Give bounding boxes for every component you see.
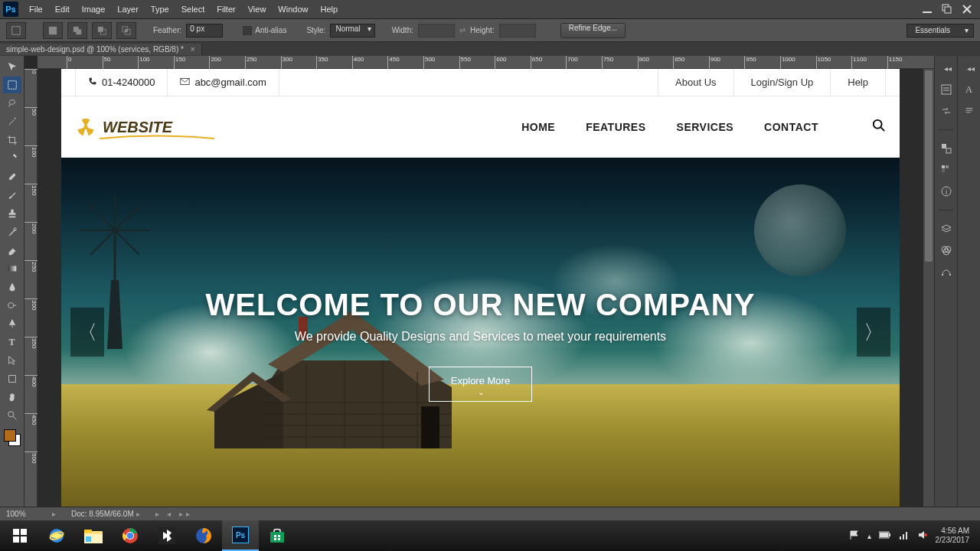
gradient-tool-icon[interactable]: [3, 260, 21, 277]
channels-panel-icon[interactable]: [939, 243, 954, 258]
zoom-tool-icon[interactable]: [3, 407, 21, 424]
antialias-checkbox[interactable]: [243, 26, 252, 35]
selection-intersect-icon[interactable]: [116, 22, 136, 39]
zoom-level[interactable]: 100%: [6, 510, 52, 518]
shape-tool-icon[interactable]: [3, 370, 21, 387]
taskbar-clock[interactable]: 4:56 AM 2/23/2017: [936, 527, 975, 545]
task-explorer-icon[interactable]: [75, 520, 112, 551]
search-icon[interactable]: [872, 119, 886, 135]
topbar-link-about[interactable]: About Us: [658, 69, 733, 96]
selection-subtract-icon[interactable]: [92, 22, 112, 39]
menu-type[interactable]: Type: [145, 5, 175, 14]
ruler-horizontal[interactable]: 0501001502002503003504004505005506006507…: [38, 56, 934, 69]
maximize-button[interactable]: [937, 2, 957, 17]
lasso-tool-icon[interactable]: [3, 95, 21, 112]
blur-tool-icon[interactable]: [3, 279, 21, 295]
task-ie-icon[interactable]: [38, 520, 75, 551]
eraser-tool-icon[interactable]: [3, 242, 21, 259]
topbar-phone-label: 01-4240000: [102, 77, 155, 88]
color-swatches[interactable]: [2, 428, 22, 448]
menu-select[interactable]: Select: [175, 5, 211, 14]
move-tool-icon[interactable]: [3, 58, 21, 75]
path-select-tool-icon[interactable]: [3, 352, 21, 369]
info-panel-icon[interactable]: i: [939, 184, 954, 199]
panel-expand-icon-2[interactable]: ◂◂: [963, 60, 978, 76]
nav-features[interactable]: FEATURES: [586, 121, 645, 133]
svg-rect-17: [8, 376, 15, 383]
history-panel-icon[interactable]: [939, 82, 954, 97]
foreground-color-swatch[interactable]: [4, 429, 16, 442]
menu-edit[interactable]: Edit: [49, 5, 76, 14]
ruler-vertical[interactable]: 050100150200250300350400450500: [24, 69, 38, 507]
svg-point-18: [8, 412, 13, 417]
task-store-icon[interactable]: [259, 520, 296, 551]
tray-up-icon[interactable]: ▴: [867, 532, 871, 540]
paragraph-panel-icon[interactable]: [962, 103, 977, 119]
task-photoshop-icon[interactable]: Ps: [222, 520, 259, 551]
paths-panel-icon[interactable]: [939, 264, 954, 279]
scrollbar-vertical[interactable]: [923, 69, 934, 507]
hero-cta-button[interactable]: Explore More ⌄: [429, 367, 532, 402]
nav-home[interactable]: HOME: [521, 121, 555, 133]
hero-section: WELCOME TO OUR NEW COMPANY We provide Qu…: [61, 158, 900, 507]
style-label: Style:: [306, 26, 325, 34]
healing-tool-icon[interactable]: [3, 168, 21, 185]
selection-add-icon[interactable]: [67, 22, 87, 39]
doc-info[interactable]: Doc: 8.95M/66.0M ▸: [71, 510, 140, 518]
topbar-link-help[interactable]: Help: [830, 69, 886, 96]
carousel-prev-button[interactable]: 〈: [70, 308, 104, 357]
tray-flag-icon[interactable]: [849, 530, 860, 542]
nav-services[interactable]: SERVICES: [677, 121, 734, 133]
swap-dimensions-icon[interactable]: ⇄: [459, 26, 466, 34]
style-select[interactable]: Normal ▾: [330, 24, 374, 37]
document-canvas[interactable]: 01-4240000 abc@gmail.com About Us Login/…: [61, 69, 900, 507]
panel-expand-icon[interactable]: ◂◂: [940, 60, 956, 76]
menu-view[interactable]: View: [242, 5, 273, 14]
hero-cta-label: Explore More: [451, 375, 510, 386]
eyedropper-tool-icon[interactable]: [3, 150, 21, 167]
document-tab[interactable]: simple-web-design.psd @ 100% (services, …: [0, 44, 202, 55]
menu-window[interactable]: Window: [272, 5, 314, 14]
swatches-panel-icon[interactable]: [939, 162, 954, 178]
tool-preset-icon[interactable]: [6, 22, 26, 39]
type-tool-icon[interactable]: T: [3, 334, 21, 350]
task-unity-icon[interactable]: [149, 520, 185, 551]
nav-contact[interactable]: CONTACT: [764, 121, 818, 133]
stamp-tool-icon[interactable]: [3, 205, 21, 222]
menu-help[interactable]: Help: [314, 5, 344, 14]
layers-panel-icon[interactable]: [939, 221, 954, 236]
menu-image[interactable]: Image: [76, 5, 112, 14]
character-panel-icon[interactable]: A: [962, 82, 977, 97]
close-tab-icon[interactable]: ×: [191, 45, 195, 54]
menu-filter[interactable]: Filter: [211, 5, 241, 14]
refine-edge-button[interactable]: Refine Edge...: [560, 23, 626, 38]
start-button[interactable]: [2, 520, 38, 551]
task-firefox-icon[interactable]: [185, 520, 222, 551]
pen-tool-icon[interactable]: [3, 315, 21, 332]
minimize-button[interactable]: [917, 2, 937, 17]
color-panel-icon[interactable]: [939, 141, 954, 156]
hand-tool-icon[interactable]: [3, 389, 21, 406]
close-button[interactable]: [957, 2, 977, 17]
swap-panel-icon[interactable]: [939, 103, 954, 119]
site-logo[interactable]: WEBSITE: [75, 116, 172, 138]
selection-new-icon[interactable]: [43, 22, 63, 39]
workspace-select[interactable]: Essentials▾: [906, 24, 974, 37]
task-chrome-icon[interactable]: [112, 520, 149, 551]
history-brush-tool-icon[interactable]: [3, 223, 21, 240]
scrollbar-thumb[interactable]: [925, 70, 933, 262]
carousel-next-button[interactable]: 〉: [857, 308, 890, 357]
tray-battery-icon[interactable]: [879, 531, 891, 540]
feather-input[interactable]: 0 px: [186, 24, 223, 37]
magic-wand-tool-icon[interactable]: [3, 113, 21, 130]
crop-tool-icon[interactable]: [3, 132, 21, 148]
tray-volume-icon[interactable]: [917, 530, 928, 542]
topbar-link-login[interactable]: Login/Sign Up: [733, 69, 831, 96]
dodge-tool-icon[interactable]: [3, 297, 21, 314]
marquee-tool-icon[interactable]: [3, 77, 21, 93]
tray-network-icon[interactable]: [899, 530, 910, 542]
menu-file[interactable]: File: [23, 5, 49, 14]
menu-layer[interactable]: Layer: [111, 5, 145, 14]
playback-controls[interactable]: ▸ ◂ ▸▸: [155, 510, 194, 518]
brush-tool-icon[interactable]: [3, 187, 21, 204]
